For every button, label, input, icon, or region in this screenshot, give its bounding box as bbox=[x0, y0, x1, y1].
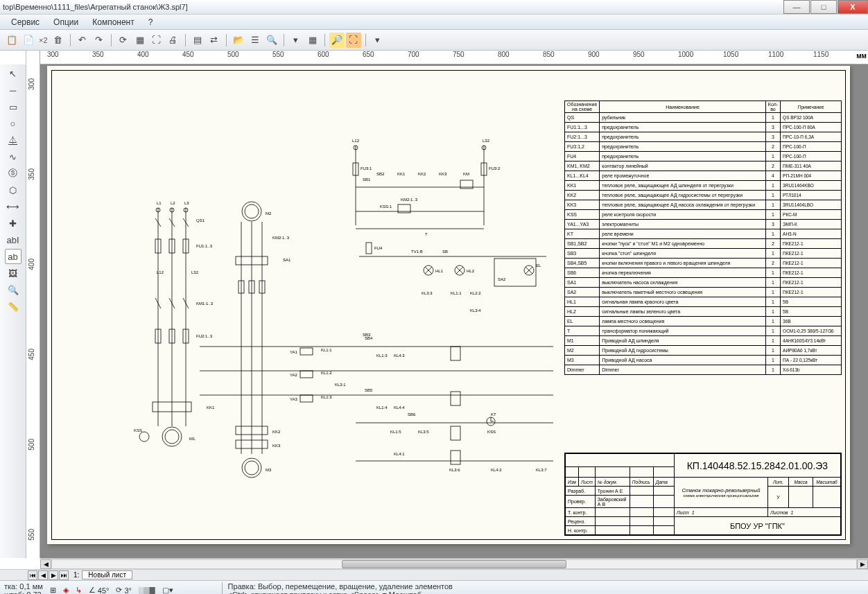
zoom-window-icon[interactable]: 🔎 bbox=[329, 33, 345, 48]
ruler-unit: мм bbox=[856, 52, 867, 60]
scroll-right-icon[interactable]: ▶ bbox=[857, 559, 868, 569]
redo-icon[interactable]: ↷ bbox=[92, 33, 107, 48]
svg-point-51 bbox=[245, 461, 259, 475]
pointer-icon[interactable]: ↖ bbox=[5, 66, 21, 81]
work-area: ↖ ─ ▭ ○ ⏅ ∿ ⓢ ⬡ ⟷ ✚ abI ab 🖼 🔍 📏 3003504… bbox=[0, 64, 868, 558]
svg-text:M3: M3 bbox=[266, 468, 272, 472]
angle-icon: ∠ bbox=[89, 586, 96, 594]
image-icon[interactable]: 🖼 bbox=[5, 265, 21, 281]
svg-text:KL3:1: KL3:1 bbox=[335, 383, 346, 387]
tab-first-icon[interactable]: ⏮ bbox=[28, 570, 37, 580]
layer-icon[interactable]: ▾ bbox=[370, 33, 385, 48]
svg-text:QS1: QS1 bbox=[196, 218, 205, 222]
svg-text:KL4:2: KL4:2 bbox=[491, 468, 502, 472]
scroll-left-icon[interactable]: ◀ bbox=[40, 559, 51, 569]
scroll-thumb[interactable] bbox=[342, 560, 567, 568]
table-row: FU3:1,2предохранитель2ПРС-100-П bbox=[565, 142, 842, 152]
table-row: KTреле времени1АН3-N bbox=[565, 229, 842, 239]
svg-point-32 bbox=[165, 430, 179, 444]
group-icon[interactable]: ▦ bbox=[132, 33, 148, 48]
mirror-h-icon[interactable]: ⇄ bbox=[207, 33, 222, 48]
svg-text:HL1: HL1 bbox=[435, 269, 444, 273]
grid-dropdown-icon[interactable]: ▾ bbox=[288, 33, 304, 48]
table-row: FU1:1...3предохранитель3ПРС-100-П 80А bbox=[565, 123, 842, 132]
ruler-horizontal: мм 3003504004505005506006507007508008509… bbox=[40, 51, 868, 64]
svg-text:KSS: KSS bbox=[487, 430, 496, 434]
svg-point-29 bbox=[139, 432, 149, 442]
title-bar: top\Временно\1111_files\Агрегатный стано… bbox=[0, 0, 868, 15]
tab-prev-icon[interactable]: ◀ bbox=[38, 570, 48, 580]
ortho-icon[interactable]: ↳ bbox=[76, 586, 82, 594]
find-icon[interactable]: 🔍 bbox=[264, 33, 279, 48]
table-row: HL1сигнальная лампа красного цвета15В bbox=[565, 297, 842, 307]
svg-rect-115 bbox=[451, 392, 460, 405]
grid-toggle-icon[interactable]: ⊞ bbox=[50, 586, 56, 594]
table-row: YA1...YA3электромагниты3ЭМП-К bbox=[565, 220, 842, 229]
node-icon[interactable]: ✚ bbox=[5, 216, 21, 231]
open-icon[interactable]: 📂 bbox=[231, 33, 246, 48]
curve-icon[interactable]: ∿ bbox=[5, 149, 21, 164]
bezier-icon[interactable]: ⓢ bbox=[5, 166, 21, 181]
svg-text:SB2: SB2 bbox=[376, 172, 385, 176]
menu-options[interactable]: Опции bbox=[46, 16, 85, 28]
dropdown-icon[interactable]: ▢▾ bbox=[162, 586, 173, 594]
circle-icon[interactable]: ○ bbox=[5, 116, 21, 131]
maximize-button[interactable]: □ bbox=[810, 0, 837, 14]
svg-text:FU4: FU4 bbox=[374, 246, 383, 250]
snap-icon[interactable]: ◈ bbox=[63, 586, 69, 594]
polygon-icon[interactable]: ⬡ bbox=[5, 182, 21, 198]
delete-icon[interactable]: 🗑 bbox=[51, 33, 66, 48]
table-row: Tтрансформатор понижающий1ОСМ1-0.25 380/… bbox=[565, 326, 842, 336]
rect-icon[interactable]: ▭ bbox=[5, 99, 21, 114]
table-row: SA1выключатель насоса охлаждения1ПКЕ212-… bbox=[565, 278, 842, 288]
svg-text:L32: L32 bbox=[191, 270, 199, 274]
minimize-button[interactable]: — bbox=[783, 0, 810, 14]
polyline-icon[interactable]: ⏅ bbox=[5, 132, 21, 148]
break-icon[interactable]: ⛶ bbox=[149, 33, 164, 48]
svg-text:M1: M1 bbox=[189, 437, 196, 441]
align-icon[interactable]: ▤ bbox=[190, 33, 205, 48]
svg-text:KL3:6: KL3:6 bbox=[449, 468, 460, 472]
canvas[interactable]: L1 L2 L3 QS1 FU1:1..3 L12 L32 bbox=[40, 64, 868, 558]
dimension-icon[interactable]: ⟷ bbox=[5, 199, 21, 214]
undo-icon[interactable]: ↶ bbox=[75, 33, 90, 48]
window-controls: — □ X bbox=[783, 0, 868, 14]
table-row: FU2:1...3предохранитель3ПРС-10-П 6,3А bbox=[565, 132, 842, 142]
tab-next-icon[interactable]: ▶ bbox=[49, 570, 58, 580]
table-row: KSSреле контроля скорости1РКС-М bbox=[565, 210, 842, 220]
svg-text:YA3: YA3 bbox=[290, 397, 298, 401]
close-button[interactable]: X bbox=[837, 0, 868, 14]
svg-rect-101 bbox=[300, 371, 313, 378]
menu-component[interactable]: Компонент bbox=[85, 16, 141, 28]
tab-last-icon[interactable]: ⏭ bbox=[59, 570, 69, 580]
table-row: KK2тепловое реле, защищающее АД гидросис… bbox=[565, 191, 842, 200]
print-icon[interactable]: 🖨 bbox=[166, 33, 181, 48]
paste-icon[interactable]: 📄 bbox=[21, 33, 36, 48]
svg-text:KK2: KK2 bbox=[272, 430, 281, 434]
palette-icon[interactable]: ░▒▓ bbox=[139, 586, 155, 595]
text2-icon[interactable]: ab bbox=[5, 249, 21, 264]
svg-text:KT: KT bbox=[491, 412, 496, 417]
svg-text:KM1:1..3: KM1:1..3 bbox=[196, 302, 214, 306]
zoom-icon[interactable]: 🔍 bbox=[5, 282, 21, 297]
zoom-all-icon[interactable]: ⛶ bbox=[346, 33, 361, 48]
svg-text:L12: L12 bbox=[352, 139, 360, 143]
measure-icon[interactable]: 📏 bbox=[5, 299, 21, 314]
copy-icon[interactable]: 📋 bbox=[4, 33, 19, 48]
menu-service[interactable]: Сервис bbox=[4, 16, 46, 28]
sheet-number: 1: bbox=[73, 571, 79, 579]
text-icon[interactable]: abI bbox=[5, 232, 21, 247]
sheet-tabbar: ⏮ ◀ ▶ ⏭ 1: Новый лист bbox=[0, 569, 868, 580]
list-icon[interactable]: ☰ bbox=[248, 33, 263, 48]
sheet-tab[interactable]: Новый лист bbox=[82, 570, 132, 579]
svg-text:L3: L3 bbox=[184, 201, 189, 205]
refresh-icon[interactable]: ⟳ bbox=[116, 33, 131, 48]
window-title: top\Временно\1111_files\Агрегатный стано… bbox=[0, 3, 783, 11]
svg-text:L12: L12 bbox=[157, 270, 164, 274]
svg-text:M2: M2 bbox=[266, 211, 272, 216]
menu-help[interactable]: ? bbox=[141, 16, 160, 28]
table-icon[interactable]: ▦ bbox=[305, 33, 320, 48]
line-icon[interactable]: ─ bbox=[5, 82, 21, 98]
svg-text:L1: L1 bbox=[157, 201, 162, 205]
h-scrollbar[interactable]: ◀ ▶ bbox=[40, 558, 868, 569]
